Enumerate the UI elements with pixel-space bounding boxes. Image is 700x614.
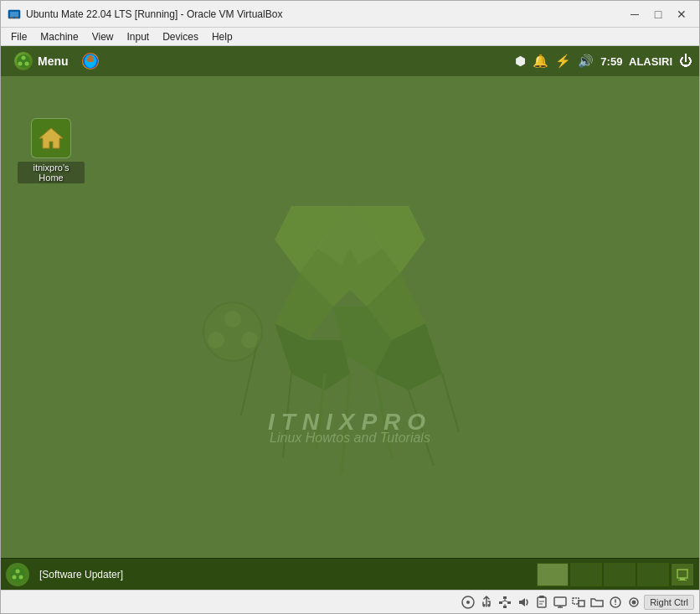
vbox-guest-additions-icon[interactable] xyxy=(607,594,624,611)
panel-right: ⬢ 🔔 ⚡ 🔊 7:59 ALASIRI ⏻ xyxy=(515,54,692,69)
ubuntu-panel: Menu ⬢ 🔔 ⚡ 🔊 xyxy=(1,46,699,76)
svg-rect-53 xyxy=(554,597,566,606)
desktop-area[interactable]: ITNIXPRO Linux Howtos and Tutorials itni… xyxy=(1,76,699,590)
vbox-clipboard-icon[interactable] xyxy=(533,594,550,611)
taskbar-right xyxy=(537,563,694,586)
taskbar-mate-icon[interactable] xyxy=(6,563,29,586)
ubuntu-desktop[interactable]: Menu ⬢ 🔔 ⚡ 🔊 xyxy=(1,46,699,590)
svg-point-7 xyxy=(25,62,29,66)
taskbar-app-label[interactable]: [Software Updater] xyxy=(33,565,130,584)
svg-rect-49 xyxy=(538,597,546,607)
watermark-subtitle: Linux Howtos and Tutorials xyxy=(270,431,430,446)
panel-menu-button[interactable]: Menu xyxy=(8,49,75,74)
notifications-icon[interactable]: 🔔 xyxy=(533,54,548,69)
svg-point-38 xyxy=(466,601,470,604)
bluetooth-icon[interactable]: ⬢ xyxy=(515,54,526,69)
virtualbox-icon xyxy=(8,8,21,21)
maximize-button[interactable]: □ xyxy=(647,5,669,23)
svg-rect-3 xyxy=(15,17,18,18)
vm-content: Menu ⬢ 🔔 ⚡ 🔊 xyxy=(1,46,699,590)
window-title: Ubuntu Mate 22.04 LTS [Running] - Oracle… xyxy=(26,8,624,20)
svg-rect-56 xyxy=(573,598,579,604)
menu-help[interactable]: Help xyxy=(205,28,239,45)
vbox-recording-icon[interactable] xyxy=(625,594,642,611)
power-icon[interactable]: ⏻ xyxy=(679,54,692,69)
svg-rect-57 xyxy=(579,601,584,606)
menu-machine[interactable]: Machine xyxy=(33,28,85,45)
svg-rect-34 xyxy=(677,570,687,578)
menu-file[interactable]: File xyxy=(4,28,33,45)
jellyfish-graphic xyxy=(174,173,526,508)
vbox-network-icon[interactable] xyxy=(497,594,513,611)
taskbar-show-desktop[interactable] xyxy=(671,563,694,586)
virtualbox-window: Ubuntu Mate 22.04 LTS [Running] - Oracle… xyxy=(0,0,700,614)
svg-point-60 xyxy=(615,603,616,605)
vbox-status-bar: Right Ctrl xyxy=(1,590,699,613)
home-folder-icon xyxy=(31,118,71,158)
panel-time[interactable]: 7:59 ALASIRI xyxy=(600,55,672,68)
taskbar-workspace-4[interactable] xyxy=(637,563,669,586)
svg-point-62 xyxy=(632,600,636,604)
svg-point-6 xyxy=(18,62,23,66)
close-button[interactable]: ✕ xyxy=(671,5,692,23)
svg-point-39 xyxy=(483,604,486,606)
svg-rect-44 xyxy=(503,606,507,608)
svg-rect-36 xyxy=(678,580,687,580)
menu-view[interactable]: View xyxy=(85,28,121,45)
vbox-optical-drive-icon[interactable] xyxy=(460,594,476,611)
svg-point-40 xyxy=(488,604,491,606)
svg-point-26 xyxy=(224,311,241,328)
menu-input[interactable]: Input xyxy=(121,28,157,45)
minimize-button[interactable]: ─ xyxy=(624,5,646,23)
menu-label: Menu xyxy=(38,54,69,68)
firefox-icon xyxy=(82,53,99,70)
svg-marker-29 xyxy=(39,128,63,148)
svg-point-31 xyxy=(16,569,20,573)
vbox-display-icon[interactable] xyxy=(552,594,569,611)
taskbar-workspace-2[interactable] xyxy=(570,563,602,586)
title-bar: Ubuntu Mate 22.04 LTS [Running] - Oracle… xyxy=(1,1,699,28)
svg-rect-1 xyxy=(10,12,18,17)
taskbar-workspace-1[interactable] xyxy=(537,563,569,586)
network-icon[interactable]: ⚡ xyxy=(555,54,571,69)
svg-rect-41 xyxy=(503,596,507,599)
window-controls: ─ □ ✕ xyxy=(624,5,692,23)
home-icon-label: itnixpro's Home xyxy=(18,162,85,183)
svg-point-5 xyxy=(22,56,26,60)
vbox-shared-folders-icon[interactable] xyxy=(589,594,605,611)
svg-point-27 xyxy=(208,332,224,348)
firefox-button[interactable] xyxy=(82,53,99,70)
ubuntu-taskbar: [Software Updater] xyxy=(1,558,699,590)
desktop-home-icon[interactable]: itnixpro's Home xyxy=(18,118,85,183)
svg-rect-2 xyxy=(10,17,13,18)
svg-line-22 xyxy=(442,374,459,432)
volume-icon[interactable]: 🔊 xyxy=(578,54,594,69)
svg-rect-50 xyxy=(539,596,544,598)
menu-bar: File Machine View Input Devices Help xyxy=(1,28,699,46)
svg-rect-35 xyxy=(680,578,685,580)
vbox-drag-icon[interactable] xyxy=(570,594,587,611)
menu-devices[interactable]: Devices xyxy=(156,28,205,45)
taskbar-workspace-3[interactable] xyxy=(604,563,636,586)
svg-point-33 xyxy=(19,575,23,579)
ubuntu-mate-logo xyxy=(14,52,33,70)
vbox-audio-icon[interactable] xyxy=(515,594,532,611)
vbox-status-icons: Right Ctrl xyxy=(460,594,694,611)
vbox-usb-icon[interactable] xyxy=(478,594,495,611)
right-ctrl-badge[interactable]: Right Ctrl xyxy=(644,595,694,610)
svg-point-32 xyxy=(13,575,17,579)
svg-point-28 xyxy=(241,332,258,348)
